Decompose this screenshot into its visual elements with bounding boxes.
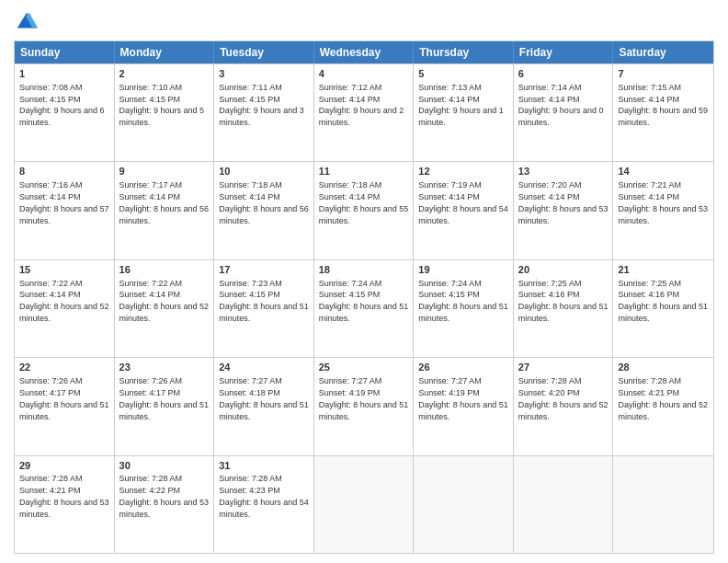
- cal-header-sunday: Sunday: [15, 41, 115, 63]
- cal-cell: 31Sunrise: 7:28 AMSunset: 4:23 PMDayligh…: [214, 456, 314, 553]
- cal-cell: 11Sunrise: 7:18 AMSunset: 4:14 PMDayligh…: [314, 162, 415, 259]
- cal-header-monday: Monday: [115, 41, 215, 63]
- cal-cell: 10Sunrise: 7:18 AMSunset: 4:14 PMDayligh…: [214, 162, 314, 259]
- day-number: 3: [219, 67, 309, 81]
- cell-info: Sunrise: 7:28 AMSunset: 4:21 PMDaylight:…: [618, 376, 708, 420]
- day-number: 12: [418, 165, 508, 178]
- cal-cell: 18Sunrise: 7:24 AMSunset: 4:15 PMDayligh…: [314, 260, 415, 357]
- calendar-body: 1Sunrise: 7:08 AMSunset: 4:15 PMDaylight…: [15, 63, 713, 553]
- cal-cell: 23Sunrise: 7:26 AMSunset: 4:17 PMDayligh…: [115, 358, 215, 454]
- cal-cell: 26Sunrise: 7:27 AMSunset: 4:19 PMDayligh…: [414, 358, 514, 454]
- day-number: 17: [219, 263, 309, 277]
- cal-cell: 22Sunrise: 7:26 AMSunset: 4:17 PMDayligh…: [15, 358, 115, 454]
- cell-info: Sunrise: 7:24 AMSunset: 4:15 PMDaylight:…: [418, 279, 508, 323]
- cal-week-5: 29Sunrise: 7:28 AMSunset: 4:21 PMDayligh…: [15, 455, 713, 553]
- cell-info: Sunrise: 7:27 AMSunset: 4:19 PMDaylight:…: [418, 376, 508, 420]
- cell-info: Sunrise: 7:19 AMSunset: 4:14 PMDaylight:…: [418, 180, 508, 224]
- cell-info: Sunrise: 7:25 AMSunset: 4:16 PMDaylight:…: [518, 279, 609, 323]
- day-number: 20: [518, 263, 609, 277]
- cell-info: Sunrise: 7:18 AMSunset: 4:14 PMDaylight:…: [319, 180, 409, 224]
- cell-info: Sunrise: 7:26 AMSunset: 4:17 PMDaylight:…: [19, 376, 109, 420]
- day-number: 8: [19, 165, 109, 178]
- cell-info: Sunrise: 7:28 AMSunset: 4:22 PMDaylight:…: [119, 474, 210, 518]
- cal-week-4: 22Sunrise: 7:26 AMSunset: 4:17 PMDayligh…: [15, 357, 713, 454]
- day-number: 15: [19, 263, 109, 277]
- cal-cell: 7Sunrise: 7:15 AMSunset: 4:14 PMDaylight…: [613, 64, 713, 161]
- cell-info: Sunrise: 7:22 AMSunset: 4:14 PMDaylight:…: [119, 279, 210, 323]
- day-number: 1: [19, 67, 109, 81]
- day-number: 14: [618, 165, 709, 178]
- cal-week-1: 1Sunrise: 7:08 AMSunset: 4:15 PMDaylight…: [15, 63, 713, 161]
- cal-cell: 4Sunrise: 7:12 AMSunset: 4:14 PMDaylight…: [314, 64, 415, 161]
- cell-info: Sunrise: 7:10 AMSunset: 4:15 PMDaylight:…: [119, 83, 205, 127]
- cal-cell: [514, 456, 614, 553]
- day-number: 11: [319, 165, 409, 178]
- cal-cell: 2Sunrise: 7:10 AMSunset: 4:15 PMDaylight…: [115, 64, 215, 161]
- header: [14, 9, 714, 35]
- day-number: 13: [518, 165, 609, 178]
- cal-cell: [314, 456, 415, 553]
- cell-info: Sunrise: 7:21 AMSunset: 4:14 PMDaylight:…: [618, 180, 708, 224]
- cal-header-wednesday: Wednesday: [314, 41, 415, 63]
- day-number: 6: [518, 67, 609, 81]
- cal-cell: 24Sunrise: 7:27 AMSunset: 4:18 PMDayligh…: [214, 358, 314, 454]
- day-number: 7: [618, 67, 709, 81]
- cal-cell: 14Sunrise: 7:21 AMSunset: 4:14 PMDayligh…: [613, 162, 713, 259]
- cal-cell: 8Sunrise: 7:16 AMSunset: 4:14 PMDaylight…: [15, 162, 115, 259]
- cal-header-saturday: Saturday: [613, 41, 713, 63]
- cal-cell: 1Sunrise: 7:08 AMSunset: 4:15 PMDaylight…: [15, 64, 115, 161]
- cal-header-friday: Friday: [514, 41, 614, 63]
- day-number: 27: [518, 361, 609, 374]
- calendar: SundayMondayTuesdayWednesdayThursdayFrid…: [14, 40, 714, 554]
- day-number: 30: [119, 459, 210, 473]
- cell-info: Sunrise: 7:18 AMSunset: 4:14 PMDaylight:…: [219, 180, 309, 224]
- cal-week-2: 8Sunrise: 7:16 AMSunset: 4:14 PMDaylight…: [15, 161, 713, 259]
- cell-info: Sunrise: 7:08 AMSunset: 4:15 PMDaylight:…: [19, 83, 105, 127]
- cell-info: Sunrise: 7:15 AMSunset: 4:14 PMDaylight:…: [618, 83, 708, 127]
- day-number: 5: [418, 67, 508, 81]
- day-number: 9: [119, 165, 210, 178]
- cal-cell: 21Sunrise: 7:25 AMSunset: 4:16 PMDayligh…: [613, 260, 713, 357]
- page: SundayMondayTuesdayWednesdayThursdayFrid…: [0, 0, 728, 563]
- cal-cell: 5Sunrise: 7:13 AMSunset: 4:14 PMDaylight…: [414, 64, 514, 161]
- cell-info: Sunrise: 7:27 AMSunset: 4:19 PMDaylight:…: [319, 376, 409, 420]
- day-number: 18: [319, 263, 409, 277]
- cell-info: Sunrise: 7:28 AMSunset: 4:20 PMDaylight:…: [518, 376, 609, 420]
- day-number: 2: [119, 67, 210, 81]
- cell-info: Sunrise: 7:16 AMSunset: 4:14 PMDaylight:…: [19, 180, 109, 224]
- cell-info: Sunrise: 7:28 AMSunset: 4:23 PMDaylight:…: [219, 474, 309, 518]
- cell-info: Sunrise: 7:22 AMSunset: 4:14 PMDaylight:…: [19, 279, 109, 323]
- cal-cell: 13Sunrise: 7:20 AMSunset: 4:14 PMDayligh…: [514, 162, 614, 259]
- cell-info: Sunrise: 7:25 AMSunset: 4:16 PMDaylight:…: [618, 279, 708, 323]
- cell-info: Sunrise: 7:12 AMSunset: 4:14 PMDaylight:…: [319, 83, 404, 127]
- cell-info: Sunrise: 7:13 AMSunset: 4:14 PMDaylight:…: [418, 83, 504, 127]
- cell-info: Sunrise: 7:11 AMSunset: 4:15 PMDaylight:…: [219, 83, 304, 127]
- day-number: 24: [219, 361, 309, 374]
- cal-cell: 19Sunrise: 7:24 AMSunset: 4:15 PMDayligh…: [414, 260, 514, 357]
- day-number: 26: [418, 361, 508, 374]
- cal-cell: [414, 456, 514, 553]
- cal-cell: 20Sunrise: 7:25 AMSunset: 4:16 PMDayligh…: [514, 260, 614, 357]
- cal-cell: 30Sunrise: 7:28 AMSunset: 4:22 PMDayligh…: [115, 456, 215, 553]
- cell-info: Sunrise: 7:28 AMSunset: 4:21 PMDaylight:…: [19, 474, 109, 518]
- cell-info: Sunrise: 7:17 AMSunset: 4:14 PMDaylight:…: [119, 180, 210, 224]
- day-number: 22: [19, 361, 109, 374]
- cal-cell: 29Sunrise: 7:28 AMSunset: 4:21 PMDayligh…: [15, 456, 115, 553]
- cal-cell: 15Sunrise: 7:22 AMSunset: 4:14 PMDayligh…: [15, 260, 115, 357]
- day-number: 21: [618, 263, 709, 277]
- cal-header-tuesday: Tuesday: [214, 41, 314, 63]
- cell-info: Sunrise: 7:24 AMSunset: 4:15 PMDaylight:…: [319, 279, 409, 323]
- cell-info: Sunrise: 7:14 AMSunset: 4:14 PMDaylight:…: [518, 83, 604, 127]
- day-number: 23: [119, 361, 210, 374]
- cal-cell: 27Sunrise: 7:28 AMSunset: 4:20 PMDayligh…: [514, 358, 614, 454]
- logo-icon: [14, 9, 40, 35]
- cal-cell: 9Sunrise: 7:17 AMSunset: 4:14 PMDaylight…: [115, 162, 215, 259]
- cal-cell: 16Sunrise: 7:22 AMSunset: 4:14 PMDayligh…: [115, 260, 215, 357]
- logo: [14, 9, 43, 35]
- cal-week-3: 15Sunrise: 7:22 AMSunset: 4:14 PMDayligh…: [15, 259, 713, 357]
- cell-info: Sunrise: 7:20 AMSunset: 4:14 PMDaylight:…: [518, 180, 609, 224]
- day-number: 10: [219, 165, 309, 178]
- cal-cell: 28Sunrise: 7:28 AMSunset: 4:21 PMDayligh…: [613, 358, 713, 454]
- cal-header-thursday: Thursday: [414, 41, 514, 63]
- day-number: 16: [119, 263, 210, 277]
